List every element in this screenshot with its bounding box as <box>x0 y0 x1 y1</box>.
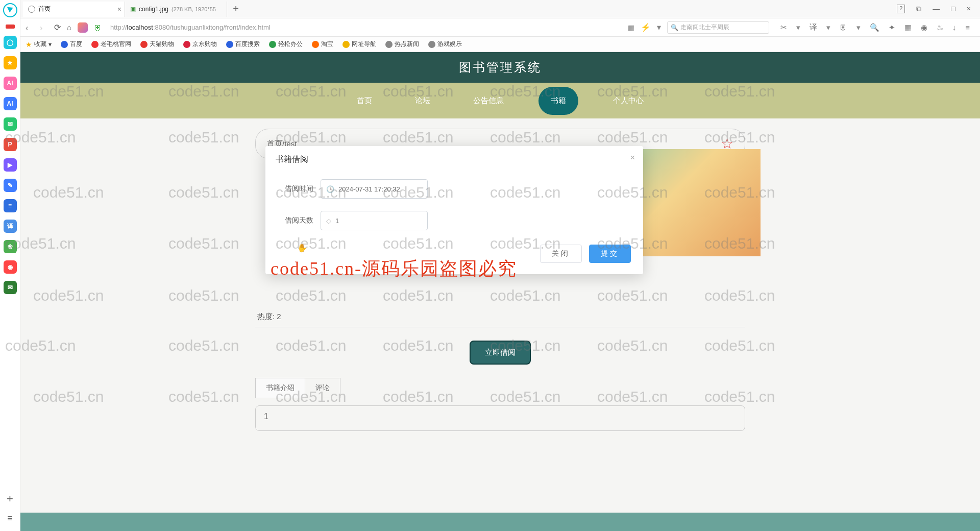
rail-video-icon[interactable]: ▶ <box>4 158 17 172</box>
bookmark-baidusearch[interactable]: 百度搜索 <box>226 40 260 49</box>
login-badge[interactable]: 登录账号 <box>6 25 15 29</box>
rainbow-icon[interactable]: ◉ <box>921 23 927 32</box>
reload-button[interactable]: ⟳ <box>54 22 61 32</box>
bookmark-jd[interactable]: 京东购物 <box>183 40 217 49</box>
zoom-icon[interactable]: 🔍 <box>870 23 879 32</box>
nav-home[interactable]: 首页 <box>349 91 380 111</box>
rail-chat-icon[interactable]: ✉ <box>4 117 17 131</box>
rail-add-icon[interactable]: + <box>7 492 13 505</box>
modal-submit-button[interactable]: 提交 <box>589 245 631 263</box>
bookmark-baidu[interactable]: 百度 <box>61 40 82 49</box>
tab-image[interactable]: ▣ config1.jpg (278 KB, 1920*55 <box>125 2 227 17</box>
bookmark-tmall[interactable]: 天猫购物 <box>140 40 174 49</box>
ai-badge-icon[interactable] <box>78 22 88 33</box>
nav-forum[interactable]: 论坛 <box>407 91 438 111</box>
search-placeholder: 走南闯北士卒周辰 <box>680 23 729 32</box>
borrow-days-input[interactable]: ◇ 1 <box>321 211 428 230</box>
browser-left-rail: 登录账号 ◯ ★ AI AI ✉ P ▶ ✎ ≡ 译 ❀ ◉ ✉ + ≡ <box>0 0 20 531</box>
modal-footer: 关闭 提交 <box>265 236 643 265</box>
jd-icon <box>183 41 190 48</box>
nav-notice[interactable]: 公告信息 <box>465 91 512 111</box>
bookmark-office[interactable]: 轻松办公 <box>269 40 303 49</box>
borrow-days-label: 借阅天数 <box>278 216 313 225</box>
chevron-down-icon[interactable]: ▾ <box>657 22 661 32</box>
apps-grid-icon[interactable]: ▦ <box>904 23 912 32</box>
home-button[interactable]: ⌂ <box>67 23 71 32</box>
rail-translate-icon[interactable]: 译 <box>4 220 17 233</box>
bookmark-nav[interactable]: 网址导航 <box>342 40 376 49</box>
rail-doc-icon[interactable]: ≡ <box>4 199 17 212</box>
borrow-days-value: 1 <box>335 217 339 225</box>
rail-ai-icon[interactable]: AI <box>4 77 17 90</box>
new-tab-button[interactable]: + <box>227 3 244 15</box>
download-icon[interactable]: ↓ <box>952 23 957 32</box>
hot-row: 热度: 2 <box>255 307 745 327</box>
tmall-icon <box>140 41 148 48</box>
tab-close-icon[interactable]: × <box>117 5 121 13</box>
window-count-badge[interactable]: 2 <box>897 5 905 13</box>
bookmark-news[interactable]: 热点新闻 <box>385 40 419 49</box>
bookmark-taobao[interactable]: 淘宝 <box>312 40 333 49</box>
shield-icon[interactable]: ⛨ <box>94 23 102 32</box>
borrow-button[interactable]: 立即借阅 <box>470 341 531 365</box>
hot-value: 2 <box>275 312 281 321</box>
nav-book[interactable]: 书籍 <box>538 87 578 115</box>
rail-note-icon[interactable]: ✎ <box>4 179 17 192</box>
page-footer <box>20 513 980 531</box>
main-nav: 首页 论坛 公告信息 书籍 个人中心 <box>20 83 980 118</box>
rail-menu-icon[interactable]: ≡ <box>7 513 13 524</box>
borrow-time-input[interactable]: 🕒 2024-07-31 17:20:32 <box>321 179 428 199</box>
bolt-icon[interactable]: ⚡ <box>641 22 651 32</box>
tab-comment[interactable]: 评论 <box>305 378 340 398</box>
modal-title: 书籍借阅 <box>276 155 308 163</box>
rail-green-icon[interactable]: ❀ <box>4 240 17 253</box>
fire-icon[interactable]: ♨ <box>937 23 943 32</box>
site-icon <box>342 41 350 48</box>
search-input[interactable]: 🔍 走南闯北士卒周辰 <box>667 21 769 34</box>
rail-app-2-icon[interactable]: ★ <box>4 56 17 69</box>
window-minimize-icon[interactable]: — <box>933 5 940 13</box>
borrow-time-label: 借阅时间 <box>278 184 313 194</box>
globe-icon <box>385 41 393 48</box>
search-icon: 🔍 <box>671 24 678 31</box>
hot-label: 热度: <box>257 312 275 321</box>
cursor-icon: ✋ <box>297 243 307 253</box>
hamburger-icon[interactable]: ≡ <box>965 23 970 32</box>
rail-mail-icon[interactable]: ✉ <box>4 281 17 294</box>
rail-app-1-icon[interactable]: ◯ <box>4 36 17 49</box>
window-pip-icon[interactable]: ⧉ <box>916 5 921 13</box>
bookmark-fav[interactable]: ★收藏 ▾ <box>26 40 52 49</box>
app-title: 图书管理系统 <box>20 52 980 83</box>
bookmark-game[interactable]: 游戏娱乐 <box>428 40 462 49</box>
forward-button[interactable]: › <box>40 23 48 32</box>
modal-close-icon[interactable]: × <box>630 153 635 162</box>
modal-cancel-button[interactable]: 关闭 <box>540 245 582 263</box>
bookmarks-bar: ★收藏 ▾ 百度 老毛桃官网 天猫购物 京东购物 百度搜索 轻松办公 淘宝 网址… <box>0 37 980 52</box>
borrow-time-value: 2024-07-31 17:20:32 <box>338 185 400 193</box>
tab-meta: (278 KB, 1920*55 <box>172 6 216 12</box>
detail-tabs: 书籍介绍 评论 <box>255 378 745 398</box>
tab-title: 首页 <box>38 5 51 13</box>
rail-ai2-icon[interactable]: AI <box>4 97 17 110</box>
qr-icon[interactable]: ▦ <box>628 23 634 32</box>
bookmark-laomaotao[interactable]: 老毛桃官网 <box>91 40 131 49</box>
shield2-icon[interactable]: ⛨ <box>840 23 847 32</box>
window-maximize-icon[interactable]: □ <box>951 5 955 13</box>
nav-profile[interactable]: 个人中心 <box>605 91 652 111</box>
window-close-icon[interactable]: × <box>967 5 971 13</box>
tab-homepage[interactable]: 首页 × <box>23 2 125 17</box>
taobao-icon <box>312 41 319 48</box>
tab-book-intro[interactable]: 书籍介绍 <box>255 378 305 398</box>
extensions-icon[interactable]: ✦ <box>889 23 895 32</box>
translate-icon[interactable]: 译 <box>810 22 817 32</box>
globe-icon <box>428 41 435 48</box>
browser-tabbar: 首页 × ▣ config1.jpg (278 KB, 1920*55 + 2 … <box>0 0 980 18</box>
clock-icon: 🕒 <box>326 185 334 193</box>
rail-pdf-icon[interactable]: P <box>4 138 17 151</box>
back-button[interactable]: ‹ <box>26 23 34 32</box>
address-bar[interactable]: http://localhost:8080/tushuguanlixitong/… <box>108 23 476 31</box>
modal-header: 书籍借阅 × <box>265 146 643 173</box>
browser-logo-icon[interactable] <box>3 3 17 17</box>
rail-weibo-icon[interactable]: ◉ <box>4 260 17 274</box>
scissors-icon[interactable]: ✂ <box>780 23 787 32</box>
